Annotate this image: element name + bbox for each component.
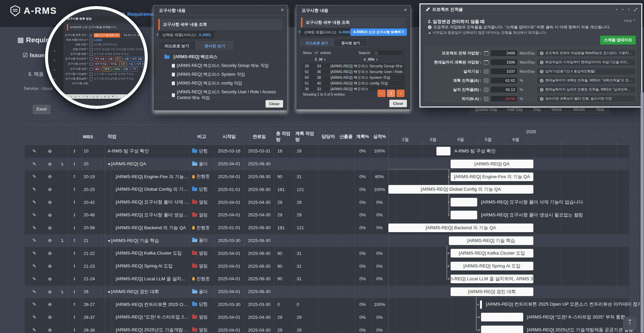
option-chip[interactable]: 기타 xyxy=(131,67,138,71)
add-row-icon[interactable]: ⊕ xyxy=(44,196,56,209)
collapse-icon[interactable]: › xyxy=(618,9,628,10)
app-logo[interactable]: A-RMS xyxy=(10,5,57,16)
next-icon[interactable]: › xyxy=(628,7,629,12)
edit-row-icon[interactable]: ✎ xyxy=(25,183,44,196)
move-row-icon[interactable]: ▲▼ xyxy=(68,272,81,285)
edit-row-icon[interactable]: ✎ xyxy=(25,221,44,234)
gantt-bar[interactable] xyxy=(480,300,482,309)
add-row-icon[interactable]: ⊕ xyxy=(44,311,56,324)
gantt-bar[interactable]: [ARMS-REQ] Backend 의 기능 QA xyxy=(388,223,533,232)
task-cell[interactable]: [ARMS-REQ] 컨트리뷰톤 2025 Open UP 오픈소스 컨트리뷰션… xyxy=(101,298,189,311)
tree-doc-item[interactable]: [ARMS-REQ] 백오피스 System 작업 xyxy=(172,72,245,77)
help-link[interactable]: Help ? xyxy=(624,19,635,23)
task-cell[interactable]: ◂ [ARMS-REQ] 경진 대회 xyxy=(101,285,189,298)
option-chip[interactable]: 매우 쉬움 xyxy=(136,62,148,66)
option-chip[interactable]: 매우 낮음 xyxy=(131,57,143,61)
field-placeholder[interactable]: 요구사항 시작날짜를 입력해 주세요 xyxy=(94,72,134,76)
move-row-icon[interactable]: ▲▼ xyxy=(68,324,81,333)
option-chip[interactable]: 어려움 xyxy=(109,62,118,66)
add-row-icon[interactable]: ⊕ xyxy=(44,247,56,260)
gantt-bar[interactable]: [ARMS-REQ] Global Config 의 기능 QA xyxy=(388,185,533,194)
option-chip[interactable]: 높음 xyxy=(107,57,114,61)
tree-folder-item[interactable]: [ARMS-REQ] 백오피스 xyxy=(164,54,217,60)
panel-controls[interactable]: ‹ › › ⤢ xyxy=(613,4,637,15)
task-cell[interactable]: [ARMS-REQ] Engine-Fire 의 기능 QA xyxy=(101,170,189,183)
register-requirement-button[interactable]: A-RMS의 신규 요구사항 등록하기 xyxy=(350,28,407,36)
close-button[interactable]: Close xyxy=(389,100,407,107)
tab-list-view[interactable]: 리스트로 보기 xyxy=(158,41,196,50)
option-chip[interactable]: 중간 xyxy=(115,57,122,61)
show-entries-select[interactable]: 10 ⌄ xyxy=(314,50,318,55)
gantt-bar[interactable] xyxy=(436,147,451,156)
page-number-button[interactable]: 1 xyxy=(387,90,395,97)
option-chip[interactable]: 매우 높음 xyxy=(94,57,106,61)
edit-row-icon[interactable]: ✎ xyxy=(25,285,44,298)
task-cell[interactable]: [ARMS-REQ] Kafka Cluster 도입 xyxy=(101,247,189,260)
gantt-bar[interactable] xyxy=(451,198,477,207)
option-chip[interactable]: 닫힘 xyxy=(122,67,130,71)
mode-button[interactable]: 엑셀 형식으로 등록 xyxy=(121,33,143,38)
indent-arrow-icon[interactable]: ↴ xyxy=(56,234,68,247)
move-row-icon[interactable]: ▲▼ xyxy=(68,145,81,158)
task-cell[interactable]: [ARMS-REQ] Global Config 의 기능 QA xyxy=(101,183,189,196)
move-row-icon[interactable]: ▲▼ xyxy=(68,234,81,247)
edit-row-icon[interactable]: ✎ xyxy=(25,158,44,170)
edit-row-icon[interactable]: ✎ xyxy=(25,324,44,333)
add-row-icon[interactable]: ⊕ xyxy=(44,183,56,196)
task-cell[interactable]: ◂ [ARMS-REQ] QA xyxy=(101,158,189,170)
close-button[interactable]: Close xyxy=(266,100,283,108)
gantt-bar[interactable]: [ARMS-REQ] 경진 대회 xyxy=(451,287,533,296)
tree-doc-item[interactable]: [ARMS-REQ] 백오피스 Security User / Role / A… xyxy=(172,89,287,101)
add-row-icon[interactable]: ⊕ xyxy=(44,272,56,285)
move-row-icon[interactable]: ▲▼ xyxy=(68,196,81,209)
page-next-button[interactable]: › xyxy=(396,90,405,97)
move-row-icon[interactable]: ▲▼ xyxy=(68,260,81,272)
editor-box[interactable] xyxy=(89,82,93,86)
list-row[interactable]: 6140[ARMS-REQ] 백오피스 config 작업 xyxy=(303,80,404,86)
edit-row-icon[interactable]: ✎ xyxy=(25,298,44,311)
add-row-icon[interactable]: ⊕ xyxy=(44,158,56,170)
field-value-input[interactable]: 62.62 xyxy=(490,77,518,84)
edit-row-icon[interactable]: ✎ xyxy=(25,311,44,324)
gantt-bar[interactable] xyxy=(451,211,477,219)
field-value-input[interactable]: 2405 xyxy=(490,50,518,56)
gantt-bar[interactable]: [ARMS-REQ] 기술 학습 xyxy=(449,236,533,245)
move-row-icon[interactable]: ▲▼ xyxy=(68,298,81,311)
search-input[interactable] xyxy=(372,50,404,56)
field-placeholder[interactable]: 리뷰어 설정을 위한 계정명을 입력해 주세요 xyxy=(94,48,143,51)
add-row-icon[interactable]: ⊕ xyxy=(44,221,56,234)
list-row[interactable]: 6236[ARMS-REQ] 백오피스 Security User / Role… xyxy=(303,69,404,75)
option-chip[interactable]: 낮음 xyxy=(123,57,130,61)
mode-button[interactable]: 일반 요구사항 등록 모드 xyxy=(94,33,120,38)
page-prev-button[interactable]: ‹ xyxy=(377,90,386,97)
add-row-icon[interactable]: ⊕ xyxy=(44,298,56,311)
expand-icon[interactable]: ⤢ xyxy=(634,7,637,12)
gantt-bar[interactable] xyxy=(481,326,523,333)
task-cell[interactable]: [ARMS-REQ] “도전! K-스타트업 2025” 부처 통합 xyxy=(101,311,189,324)
gantt-bar[interactable]: [ARMS-REQ] Engine-Fire 의 기능 QA xyxy=(451,172,533,181)
move-row-icon[interactable]: ▲▼ xyxy=(68,221,81,234)
indent-arrow-icon[interactable]: ↴ xyxy=(56,158,68,170)
edit-row-icon[interactable]: ✎ xyxy=(25,170,44,183)
option-chip[interactable]: 진행중 xyxy=(102,67,111,71)
add-row-icon[interactable]: ⊕ xyxy=(44,170,56,183)
option-chip[interactable]: 열림 xyxy=(94,67,101,71)
list-row[interactable]: 6038[ARMS-REQ] 백오피스 System 작업 xyxy=(303,75,404,80)
task-cell[interactable]: A-RMS 팀 구성 확인 xyxy=(101,145,189,158)
col-header-cid[interactable]: c_id▲▼ xyxy=(303,57,338,63)
back-to-top-button[interactable]: ↑ xyxy=(623,317,636,330)
add-row-icon[interactable]: ⊕ xyxy=(44,234,56,247)
edit-row-icon[interactable]: ✎ xyxy=(25,145,44,158)
indent-arrow-icon[interactable]: ↴ xyxy=(56,285,68,298)
add-row-icon[interactable]: ⊕ xyxy=(44,209,56,221)
add-row-icon[interactable]: ⊕ xyxy=(44,324,56,333)
tree-doc-item[interactable]: [ARMS-REQ] 백오피스 Security Group 메뉴 작업 xyxy=(172,63,269,69)
field-placeholder[interactable]: 요구사항 종료날짜를 입력해 주세요 xyxy=(94,77,134,80)
excel-button[interactable]: Excel xyxy=(33,105,50,114)
gantt-bar[interactable]: [ARMS-REQ] QA xyxy=(451,160,533,168)
gantt-bar[interactable]: [ARMS-REQ] Spring Ai 도입 xyxy=(451,262,533,270)
move-row-icon[interactable]: ▲▼ xyxy=(68,158,81,170)
move-row-icon[interactable]: ▲▼ xyxy=(68,183,81,196)
move-row-icon[interactable]: ▲▼ xyxy=(68,311,81,324)
add-row-icon[interactable]: ⊕ xyxy=(44,145,56,158)
